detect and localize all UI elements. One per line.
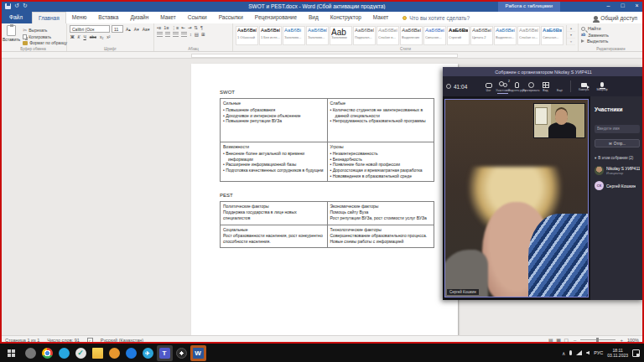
- swot-cell-weaknesses[interactable]: Слабые Количество студентов не заинтерес…: [327, 99, 434, 142]
- taskview-app-icon[interactable]: [23, 345, 39, 361]
- pest-cell-social[interactable]: Социальные Рост образованности населения…: [221, 225, 328, 247]
- save-icon[interactable]: [5, 3, 11, 9]
- gallery-down-icon[interactable]: ▾: [567, 32, 575, 39]
- sort-icon[interactable]: ⇅: [194, 25, 198, 30]
- style-gallery-item[interactable]: АаБбВі Заголово...: [283, 26, 305, 45]
- bullets-icon[interactable]: •≡: [157, 25, 161, 30]
- share-button[interactable]: Общий доступ: [587, 12, 644, 23]
- yandex-app-icon[interactable]: [106, 345, 122, 361]
- teams-device-button[interactable]: Микроф: [593, 80, 611, 93]
- ribbon-tab[interactable]: Вставка: [92, 12, 124, 23]
- swot-cell-threats[interactable]: Угрозы НезаинтересованностьБезнадобность…: [327, 142, 434, 182]
- multilevel-list-icon[interactable]: ⋮≡: [171, 25, 179, 30]
- gallery-up-icon[interactable]: ▴: [567, 25, 575, 32]
- style-gallery-item[interactable]: АаБбВвГг Сильная...: [541, 26, 564, 45]
- ribbon-tab[interactable]: Вид: [303, 12, 325, 23]
- file-explorer-icon[interactable]: [90, 345, 106, 361]
- align-center-icon[interactable]: [165, 32, 170, 37]
- language-switcher[interactable]: РУС: [594, 350, 603, 355]
- font-name-select[interactable]: Calibri (Осн: [70, 25, 110, 33]
- word-icon[interactable]: W: [190, 345, 206, 361]
- check-app-icon[interactable]: ✓: [73, 345, 89, 361]
- telegram-icon[interactable]: ✈: [140, 345, 156, 361]
- line-spacing-icon[interactable]: ↕: [190, 32, 192, 37]
- style-gallery-item[interactable]: АаБбВвГг Строгий: [447, 26, 470, 45]
- network-icon[interactable]: [576, 350, 582, 355]
- redo-icon[interactable]: ↻: [23, 3, 28, 9]
- pilcrow-icon[interactable]: ¶: [200, 25, 203, 30]
- zoom-in-button[interactable]: +: [620, 338, 623, 343]
- gallery-more-icon[interactable]: ▿: [567, 39, 575, 45]
- hidden-icons-chevron[interactable]: ∧: [562, 350, 565, 356]
- font-style-button[interactable]: abc: [89, 34, 97, 39]
- style-gallery-item[interactable]: АаБбВвГ Заголово...: [306, 26, 329, 45]
- volume-icon[interactable]: [586, 351, 589, 355]
- main-video-tile[interactable]: Сергей Кошкин: [444, 99, 589, 297]
- camera-app-icon[interactable]: [174, 345, 190, 361]
- numbering-icon[interactable]: 1≡: [164, 25, 169, 30]
- ribbon-tab[interactable]: Ссылки: [182, 12, 213, 23]
- cut-button[interactable]: Вырезать: [23, 27, 67, 33]
- skype-app-icon[interactable]: [123, 345, 139, 361]
- contextual-ribbon-tab[interactable]: Макет: [367, 12, 394, 23]
- participant-row[interactable]: Nikolay S УИР411 Инициатор: [595, 166, 640, 175]
- select-button[interactable]: Выделить: [581, 39, 641, 44]
- ribbon-tab[interactable]: Макет: [154, 12, 181, 23]
- mail-app-icon[interactable]: [56, 345, 72, 361]
- swot-cell-opportunities[interactable]: Возможности Внесение более актуальной по…: [221, 142, 328, 182]
- zoom-out-button[interactable]: –: [574, 338, 576, 343]
- style-gallery-item[interactable]: Aab Заголовок: [330, 26, 352, 45]
- maximize-button[interactable]: □: [615, 0, 630, 12]
- start-button[interactable]: [0, 344, 22, 362]
- zoom-slider[interactable]: [580, 339, 615, 340]
- style-gallery-item[interactable]: АаБбВвГ Подзагол...: [353, 26, 376, 45]
- style-gallery-item[interactable]: АаБбВвГг 1 Обычный: [236, 26, 258, 45]
- align-right-icon[interactable]: [173, 32, 179, 37]
- tab-home-active[interactable]: Главная: [32, 12, 66, 23]
- close-button[interactable]: ×: [630, 0, 644, 12]
- font-style-button[interactable]: Ч: [82, 34, 86, 39]
- zoom-level[interactable]: 100%: [627, 338, 639, 343]
- clock[interactable]: 18:11 03.11.2023: [607, 348, 628, 359]
- decrease-indent-icon[interactable]: ⇤: [181, 25, 185, 30]
- font-style-button[interactable]: К: [77, 34, 81, 39]
- ribbon-tab[interactable]: Рассылки: [213, 12, 249, 23]
- replace-button[interactable]: abЗаменить: [581, 33, 641, 38]
- tell-me-box[interactable]: Что вы хотите сделать?: [402, 12, 470, 23]
- pest-cell-economic[interactable]: Экономические факторы Помощь сайту ВузаР…: [327, 201, 434, 225]
- web-layout-icon[interactable]: ▢: [563, 338, 569, 343]
- invite-button[interactable]: ✉ Отпр...: [595, 139, 640, 147]
- contextual-ribbon-tab[interactable]: Конструктор: [325, 12, 367, 23]
- action-center-icon[interactable]: [632, 349, 640, 357]
- ribbon-tab[interactable]: Дизайн: [124, 12, 154, 23]
- participant-search-input[interactable]: [595, 125, 640, 133]
- paste-button[interactable]: Вставить: [3, 25, 20, 45]
- self-video-tile[interactable]: [533, 103, 585, 138]
- ribbon-tab[interactable]: Меню: [66, 12, 93, 23]
- teams-toolbar-button[interactable]: Чат: [481, 80, 496, 94]
- page-indicator[interactable]: Страница 1 из 1: [5, 338, 39, 343]
- teams-icon[interactable]: T: [157, 345, 173, 361]
- chrome-icon[interactable]: [39, 345, 55, 361]
- read-mode-icon[interactable]: ▤: [548, 338, 554, 343]
- spellcheck-icon[interactable]: ✓: [87, 338, 93, 343]
- participant-row[interactable]: СК Сергей Кошкин: [595, 181, 640, 190]
- style-gallery-item[interactable]: АаБбВвГг Цитата 2: [470, 26, 493, 45]
- font-size-select[interactable]: 11: [112, 25, 123, 33]
- grow-font-button[interactable]: А▴: [125, 27, 132, 32]
- format-painter-button[interactable]: Формат по образцу: [23, 40, 67, 45]
- document-page[interactable]: SWOT Сильные Повышение образованияДоходч…: [191, 64, 458, 335]
- shading-icon[interactable]: ▤: [195, 32, 199, 37]
- align-left-icon[interactable]: [157, 32, 163, 37]
- teams-titlebar[interactable]: Собрание с организатором Nikolay S УИР41…: [443, 67, 644, 76]
- style-gallery-item[interactable]: АаБбВвГг Слабая сс...: [517, 26, 540, 45]
- borders-icon[interactable]: ⊞: [201, 32, 205, 37]
- print-layout-icon[interactable]: ▦: [555, 338, 562, 343]
- microphone-tray-icon[interactable]: [569, 350, 572, 355]
- style-gallery-item[interactable]: АаБбВвГг Сильное...: [423, 26, 446, 45]
- font-style-button[interactable]: x₂: [99, 34, 104, 39]
- teams-toolbar-button[interactable]: Реагировать: [524, 80, 538, 94]
- word-count[interactable]: Число слов: 91: [47, 338, 80, 343]
- justify-icon[interactable]: [181, 32, 187, 37]
- teams-toolbar-button[interactable]: Вид: [538, 80, 553, 94]
